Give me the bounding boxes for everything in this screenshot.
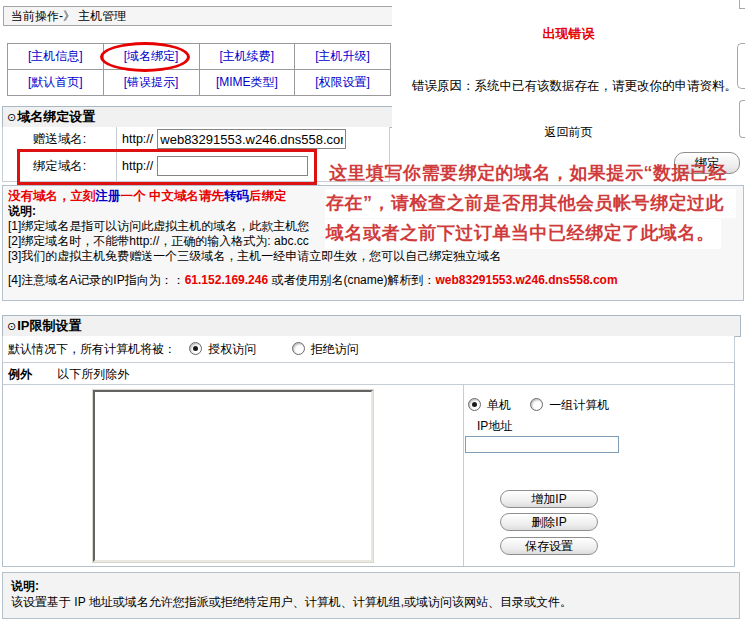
nav-item-host-info[interactable]: [主机信息] <box>8 44 104 70</box>
radio-authorized-label: 授权访问 <box>208 342 256 356</box>
register-link[interactable]: 注册 <box>96 189 121 203</box>
exception-text: 以下所列除外 <box>57 367 129 381</box>
breadcrumb: 当前操作-》 主机管理 <box>3 6 393 26</box>
free-domain-row: 赠送域名: http:// <box>2 127 390 152</box>
note-line-1: [1]绑定域名是指可以访问此虚拟主机的域名，此款主机您 <box>8 219 743 234</box>
domain-section-header: ⊙域名绑定设置 <box>2 106 394 128</box>
nav-table: [主机信息] [域名绑定] [主机续费] [主机升级] [默认首页] [错误提示… <box>7 43 391 96</box>
exception-row: 例外 以下所列除外 <box>2 363 735 385</box>
nav-item-host-upgrade[interactable]: [主机升级] <box>295 44 391 70</box>
no-domain-line: 没有域名，立刻注册一个 中文域名请先转码后绑定 <box>8 189 743 204</box>
free-domain-label: 赠送域名: <box>3 127 117 151</box>
ip-section-header: ⊙IP限制设置 <box>2 315 741 337</box>
radio-group-label: 一组计算机 <box>549 398 609 412</box>
domain-notes-box: 没有域名，立刻注册一个 中文域名请先转码后绑定 说明: [1]绑定域名是指可以访… <box>2 185 744 301</box>
note-line-4: [4]注意域名A记录的IP指向为：：61.152.169.246 或者使用别名(… <box>8 273 743 288</box>
bottom-note-title: 说明: <box>11 578 739 594</box>
exception-label: 例外 <box>8 367 32 381</box>
bind-domain-input[interactable] <box>157 156 308 176</box>
dns-a-record-ip: 61.152.169.246 <box>185 273 268 287</box>
back-link[interactable]: 返回前页 <box>392 124 745 141</box>
nav-item-host-renew[interactable]: [主机续费] <box>200 44 296 70</box>
nav-item-domain-bind[interactable]: [域名绑定] <box>104 44 200 70</box>
free-domain-input[interactable] <box>157 129 346 149</box>
delete-ip-button[interactable]: 删除IP <box>500 513 598 531</box>
section-bullet-icon: ⊙ <box>7 320 16 332</box>
radio-single-computer[interactable] <box>468 398 481 411</box>
save-settings-button[interactable]: 保存设置 <box>500 537 598 555</box>
radio-deny-access[interactable] <box>292 342 305 355</box>
error-title: 出现错误 <box>392 25 745 43</box>
domain-section-title: 域名绑定设置 <box>17 109 95 124</box>
default-access-row: 默认情况下，所有计算机将被： 授权访问 拒绝访问 <box>2 336 735 363</box>
section-bullet-icon: ⊙ <box>7 111 16 123</box>
no-domain-text: 没有域名，立刻 <box>8 189 96 203</box>
default-access-label: 默认情况下，所有计算机将被： <box>8 342 176 356</box>
ip-section-title: IP限制设置 <box>17 318 81 333</box>
ip-body <box>2 385 735 567</box>
page-container: 当前操作-》 主机管理 [主机信息] [域名绑定] [主机续费] [主机升级] … <box>0 0 745 625</box>
nav-item-default-page[interactable]: [默认首页] <box>8 70 104 96</box>
note-line-3: [3]我们的虚拟主机免费赠送一个三级域名，主机一经申请立即生效，您可以自己绑定独… <box>8 249 743 264</box>
url-prefix: http:// <box>122 132 153 146</box>
nav-item-mime-type[interactable]: [MIME类型] <box>200 70 296 96</box>
bind-button[interactable]: 绑定 <box>674 152 740 174</box>
bind-domain-row: 绑定域名: http:// <box>2 151 390 182</box>
cname-target-domain: web83291553.w246.dns558.com <box>435 273 617 287</box>
notes-title: 说明: <box>8 204 743 219</box>
radio-deny-label: 拒绝访问 <box>311 342 359 356</box>
nav-item-error-page[interactable]: [错误提示] <box>104 70 200 96</box>
ip-address-input[interactable] <box>465 436 619 453</box>
note-line-2: [2]绑定域名时，不能带http://，正确的输入格式为: abc.cc <box>8 234 743 249</box>
bind-domain-label: 绑定域名: <box>3 151 117 181</box>
radio-computer-group[interactable] <box>530 398 543 411</box>
cropped-box-artifact <box>739 0 745 9</box>
bottom-note-box: 说明: 该设置基于 IP 地址或域名允许您指派或拒绝特定用户、计算机、计算机组,… <box>2 572 740 619</box>
error-reason: 错误原因：系统中已有该数据存在，请更改你的申请资料。 <box>412 78 742 95</box>
ip-listbox[interactable] <box>93 390 373 562</box>
radio-single-label: 单机 <box>487 398 511 412</box>
url-prefix: http:// <box>122 159 153 173</box>
radio-authorized-access[interactable] <box>189 342 202 355</box>
cropped-box-artifact <box>739 100 745 138</box>
cropped-box-artifact <box>737 43 745 89</box>
nav-item-permission[interactable]: [权限设置] <box>295 70 391 96</box>
error-panel: 出现错误 错误原因：系统中已有该数据存在，请更改你的申请资料。 返回前页 <box>392 0 745 150</box>
ip-type-radios: 单机 一组计算机 <box>468 397 609 414</box>
add-ip-button[interactable]: 增加IP <box>500 490 598 508</box>
ip-address-label: IP地址 <box>477 418 512 435</box>
cell-divider <box>463 385 464 566</box>
bottom-note-text: 该设置基于 IP 地址或域名允许您指派或拒绝特定用户、计算机、计算机组,或域访问… <box>11 594 739 610</box>
transcode-link[interactable]: 转码 <box>224 189 249 203</box>
